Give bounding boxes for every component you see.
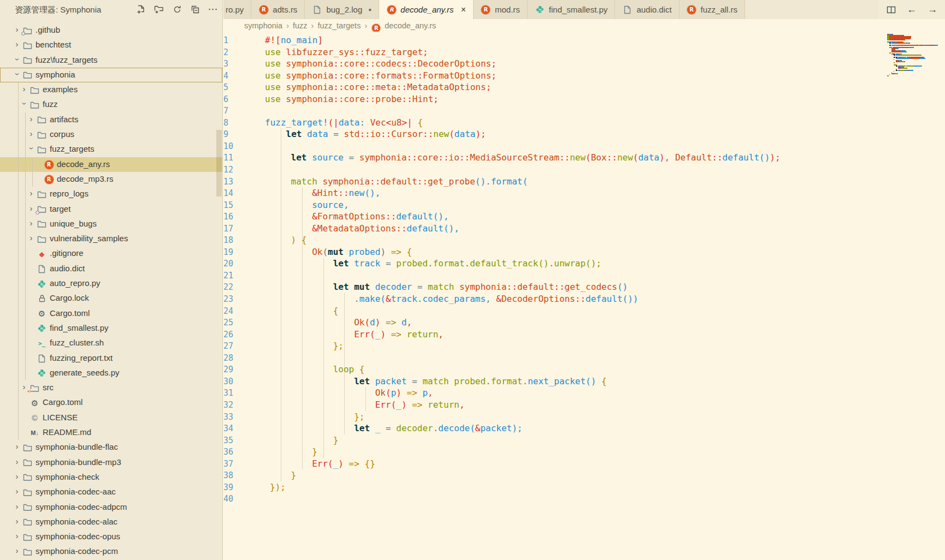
- code-token: symphonia: [286, 82, 334, 92]
- tab-adts.rs[interactable]: Radts.rs: [251, 0, 305, 19]
- line-number: 10: [223, 141, 233, 151]
- tab-mod.rs[interactable]: Rmod.rs: [474, 0, 528, 19]
- tree-item-symphonia-codec-alac[interactable]: ›symphonia-codec-alac: [0, 515, 222, 529]
- tree-item-symphonia-codec-adpcm[interactable]: ›symphonia-codec-adpcm: [0, 500, 222, 515]
- code-token: std: [344, 129, 360, 139]
- tree-indent-guide: [18, 97, 19, 112]
- code-token: symphonia: [459, 282, 507, 292]
- tree-item-symphonia-codec-aac[interactable]: ›symphonia-codec-aac: [0, 485, 222, 499]
- code-token: [370, 376, 375, 386]
- go-back-icon[interactable]: ←: [906, 4, 918, 16]
- code-token: let: [333, 282, 349, 292]
- tree-item-fuzz_targets[interactable]: ›fuzz_targets: [0, 142, 222, 157]
- code-text: match symphonia::default::get_probe().fo…: [270, 176, 528, 187]
- code-token: );: [475, 129, 486, 139]
- tree-item-decode_any.rs[interactable]: Rdecode_any.rs: [0, 157, 222, 172]
- code-token: ::: [438, 152, 448, 163]
- tree-item-benchtest[interactable]: ›benchtest: [0, 38, 222, 52]
- code-token: [396, 317, 401, 327]
- tree-item-unique_bugs[interactable]: ›unique_bugs: [0, 217, 222, 231]
- code-token: mut: [328, 247, 344, 257]
- tree-item-fuzz[interactable]: ›fuzz: [0, 97, 222, 112]
- tab-bug_2.log[interactable]: bug_2.log●: [305, 0, 379, 19]
- tree-item-label: fuzz_targets: [50, 144, 94, 153]
- tree-item-.gitignore[interactable]: ◆.gitignore: [0, 246, 222, 261]
- code-token: ;: [491, 58, 497, 69]
- code-token: probed: [349, 247, 381, 257]
- folder-icon: [37, 115, 47, 125]
- tree-item-label: fuzzing_report.txt: [50, 353, 113, 362]
- new-folder-icon[interactable]: [153, 3, 165, 15]
- code-token: (: [522, 176, 528, 187]
- rust-icon: R: [386, 5, 397, 15]
- code-token: track: [354, 258, 380, 269]
- code-token: default: [723, 152, 759, 163]
- tab-fuzz_all.rs[interactable]: Rfuzz_all.rs: [680, 0, 746, 19]
- tree-item-symphonia-codec-opus[interactable]: ›symphonia-codec-opus: [0, 529, 222, 544]
- folder-icon: [22, 40, 33, 50]
- tree-item-corpus[interactable]: ›corpus: [0, 127, 222, 142]
- tree-item-fuzz-fuzz_targets[interactable]: ›fuzz\fuzz_targets: [0, 53, 222, 68]
- breadcrumb-item-fuzz[interactable]: fuzz: [293, 21, 308, 30]
- breadcrumb-separator: ›: [311, 21, 314, 30]
- code-token: FormatOptions: [317, 211, 386, 222]
- new-file-icon[interactable]: [135, 3, 147, 15]
- breadcrumb-file[interactable]: Rdecode_any.rs: [371, 21, 436, 31]
- tree-item-examples[interactable]: ›examples: [0, 82, 222, 97]
- tree-item-artifacts[interactable]: ›artifacts: [0, 112, 222, 127]
- split-editor-icon[interactable]: [885, 4, 897, 16]
- tree-item-Cargo.lock[interactable]: Cargo.lock: [0, 291, 222, 306]
- chevron-down-icon: ›: [20, 100, 29, 108]
- close-icon[interactable]: ×: [461, 5, 466, 15]
- tree-item-README.md[interactable]: M↓README.md: [0, 425, 222, 440]
- tree-item-label: Cargo.toml: [43, 397, 82, 407]
- tree-item-symphonia-bundle-flac[interactable]: ›symphonia-bundle-flac: [0, 440, 222, 455]
- tree-item-Cargo.toml[interactable]: ⚙Cargo.toml: [0, 395, 222, 410]
- tree-item-target[interactable]: ›target: [0, 202, 222, 217]
- tree-item-fuzzing_report.txt[interactable]: fuzzing_report.txt: [0, 351, 222, 366]
- refresh-explorer-icon[interactable]: [171, 3, 183, 15]
- code-token: (: [470, 423, 475, 433]
- code-line: 16 &FormatOptions::default(),: [223, 211, 945, 223]
- breadcrumb-item-symphonia[interactable]: symphonia: [244, 21, 282, 30]
- tree-item-symphonia-codec-pcm[interactable]: ›symphonia-codec-pcm: [0, 544, 222, 559]
- tree-item-auto_repro.py[interactable]: auto_repro.py: [0, 276, 222, 291]
- minimap[interactable]: [887, 34, 938, 78]
- code-token: track: [391, 294, 417, 304]
- tree-item-fuzz_cluster.sh[interactable]: >_fuzz_cluster.sh: [0, 336, 222, 350]
- code-editor[interactable]: 1#![no_main]2use libfuzzer_sys::fuzz_tar…: [223, 32, 945, 560]
- tab-decode_any.rs[interactable]: Rdecode_any.rs×: [379, 0, 474, 19]
- code-token: loop: [333, 364, 355, 374]
- tree-item-Cargo.toml[interactable]: ⚙Cargo.toml: [0, 306, 222, 321]
- tree-item-LICENSE[interactable]: ©LICENSE: [0, 410, 222, 425]
- tree-item-.github[interactable]: ›.github: [0, 23, 222, 38]
- tree-item-src[interactable]: ›<>src: [0, 380, 222, 395]
- tree-item-label: decode_mp3.rs: [57, 174, 113, 183]
- tree-item-symphonia-check[interactable]: ›symphonia-check: [0, 470, 222, 485]
- code-token: meta: [375, 82, 397, 92]
- tree-indent-guide: [25, 261, 26, 276]
- go-forward-icon[interactable]: →: [926, 4, 938, 16]
- code-token: );: [770, 152, 780, 163]
- tree-item-symphonia[interactable]: ›symphonia: [0, 68, 222, 82]
- tab-find_smallest.py[interactable]: find_smallest.py: [528, 0, 616, 19]
- collapse-folders-icon[interactable]: [189, 3, 201, 15]
- sidebar-scrollbar[interactable]: [216, 130, 222, 196]
- tree-item-decode_mp3.rs[interactable]: Rdecode_mp3.rs: [0, 172, 222, 187]
- tree-item-generate_seeds.py[interactable]: generate_seeds.py: [0, 366, 222, 380]
- minimap-seg: [894, 71, 894, 72]
- chevron-right-icon: ›: [27, 218, 35, 228]
- tree-item-symphonia-bundle-mp3[interactable]: ›symphonia-bundle-mp3: [0, 455, 222, 470]
- tree-item-find_smallest.py[interactable]: find_smallest.py: [0, 321, 222, 336]
- breadcrumb-item-fuzz_targets[interactable]: fuzz_targets: [317, 21, 361, 30]
- rust-logo: R: [387, 5, 396, 14]
- code-token: core: [344, 70, 365, 81]
- more-actions-icon[interactable]: ⋯: [207, 3, 219, 15]
- tab-audio.dict[interactable]: audio.dict: [615, 0, 679, 19]
- tab-ro.py[interactable]: ro.py: [223, 0, 251, 19]
- line-number: 30: [223, 377, 233, 386]
- tree-item-vulnerability_samples[interactable]: ›vulnerability_samples: [0, 231, 222, 246]
- code-token: ::: [554, 282, 564, 292]
- tree-item-repro_logs[interactable]: ›repro_logs: [0, 187, 222, 201]
- tree-item-audio.dict[interactable]: audio.dict: [0, 261, 222, 276]
